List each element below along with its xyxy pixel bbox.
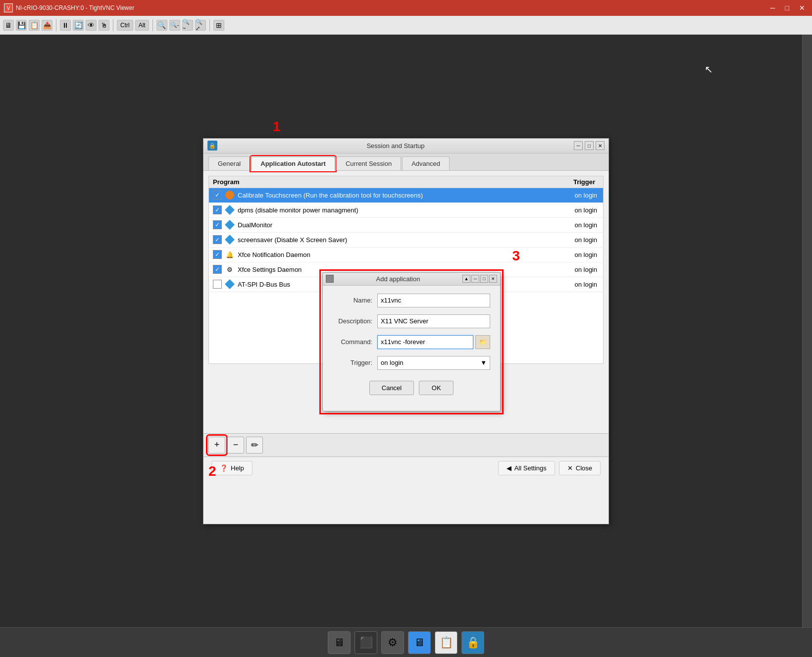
row-trigger-5: on login [555,251,599,258]
dialog-icon [326,275,334,283]
row-trigger-4: on login [555,236,599,244]
toolbar-mouse-icon[interactable]: 🖱 [99,20,109,31]
tabs-container: General Application Autostart Current Se… [203,153,609,171]
toolbar-save-icon[interactable]: 💾 [16,20,27,31]
titlebar: V NI-cRIO-9030-CRASHY:0 - TightVNC Viewe… [0,0,812,16]
close-x-icon: ✕ [567,464,573,472]
col-program-header: Program [213,178,555,186]
row-checkbox-4[interactable] [213,235,222,244]
table-header: Program Trigger [209,176,603,188]
row-checkbox-2[interactable] [213,205,222,214]
name-input[interactable] [377,294,490,307]
dialog-up-button[interactable]: ▲ [462,275,470,283]
table-row[interactable]: dpms (disable monitor power managment) o… [209,203,603,218]
browse-button[interactable]: 📁 [475,335,490,349]
session-minimize-button[interactable]: ─ [574,141,583,150]
toolbar-pause-icon[interactable]: ⏸ [60,20,71,31]
row-icon-7 [225,279,235,289]
toolbar-zoom-fit-icon[interactable]: 🔍⤢ [195,20,206,31]
toolbar-upload-icon[interactable]: 📤 [42,20,52,31]
taskbar-icon-4[interactable]: 🖥 [408,631,431,654]
table-row[interactable]: Calibrate Touchscreen (Run the calibrati… [209,188,603,203]
add-application-dialog: 3 Add application ▲ ─ □ ✕ Name: [322,272,501,411]
command-input-group: 📁 [377,335,490,349]
description-input[interactable] [377,314,490,328]
description-form-row: Description: [333,314,490,328]
close-label: Close [576,464,592,472]
toolbar-view-icon[interactable]: 👁 [86,20,97,31]
row-checkbox-3[interactable] [213,220,222,229]
ok-button[interactable]: OK [419,381,454,395]
row-icon-4 [225,235,235,245]
taskbar-icon-1[interactable]: 🖥 [328,631,351,654]
row-checkbox-6[interactable] [213,265,222,274]
toolbar-ctrl-key[interactable]: Ctrl [117,20,133,31]
table-row[interactable]: DualMonitor on login [209,218,603,233]
taskbar-icon-5[interactable]: 📋 [435,631,457,654]
taskbar-icon-3[interactable]: ⚙ [381,631,404,654]
row-trigger-6: on login [555,266,599,273]
tab-advanced[interactable]: Advanced [402,156,450,170]
cancel-button[interactable]: Cancel [369,381,414,395]
trigger-form-row: Trigger: on login ▼ [333,356,490,370]
name-form-row: Name: [333,294,490,307]
trigger-select[interactable]: on login ▼ [377,356,490,370]
toolbar-separator-1 [56,19,56,31]
help-icon: ❓ [220,464,228,472]
titlebar-controls: ─ □ ✕ [767,3,808,13]
number-label-2: 2 [208,463,216,479]
toolbar-refresh-icon[interactable]: 🔄 [73,20,84,31]
row-text-5: Xfce Notification Daemon [238,251,555,258]
table-row[interactable]: screensaver (Disable X Screen Saver) on … [209,233,603,248]
row-text-1: Calibrate Touchscreen (Run the calibrati… [238,192,555,199]
taskbar-icon-2[interactable]: ⬛ [355,631,377,654]
tab-general[interactable]: General [208,156,250,170]
toolbar-zoom-in-icon[interactable]: 🔍 [156,20,167,31]
minimize-button[interactable]: ─ [767,3,778,13]
row-icon-3 [225,220,235,230]
edit-application-button[interactable]: ✏ [246,437,263,454]
session-window-icon: 🔒 [207,141,217,151]
tab-application-autostart[interactable]: Application Autostart [251,156,335,171]
command-label: Command: [333,338,377,346]
taskbar-icon-6[interactable]: 🔒 [461,631,484,654]
dialog-maximize-button[interactable]: □ [480,275,488,283]
row-trigger-3: on login [555,221,599,229]
help-label: Help [231,464,244,472]
session-close-dialog-button[interactable]: ✕ Close [559,461,601,475]
row-trigger-7: on login [555,281,599,288]
row-text-2: dpms (disable monitor power managment) [238,206,555,214]
tab-current-session[interactable]: Current Session [336,156,401,170]
toolbar-clipboard-icon[interactable]: 📋 [29,20,40,31]
table-row[interactable]: 🔔 Xfce Notification Daemon on login [209,248,603,262]
command-input[interactable] [377,335,473,349]
session-close-button[interactable]: ✕ [596,141,605,150]
row-checkbox-1[interactable] [213,191,222,200]
trigger-dropdown-icon: ▼ [480,359,487,366]
toolbar-alt-key[interactable]: Alt [135,20,149,31]
titlebar-left: V NI-cRIO-9030-CRASHY:0 - TightVNC Viewe… [4,3,134,12]
dialog-title: Add application [334,275,462,283]
toolbar: 🖥 💾 📋 📤 ⏸ 🔄 👁 🖱 Ctrl Alt 🔍 🔍- 🔍~ 🔍⤢ ⊞ [0,16,812,35]
dialog-minimize-button[interactable]: ─ [471,275,479,283]
help-button[interactable]: ❓ Help [211,461,253,475]
trigger-value: on login [381,359,404,366]
session-window-title: Session and Startup [217,142,574,150]
add-application-button[interactable]: + [208,437,225,454]
description-label: Description: [333,317,377,325]
all-settings-button[interactable]: ◀ All Settings [498,461,555,475]
session-maximize-button[interactable]: □ [585,141,594,150]
close-button[interactable]: ✕ [796,3,808,13]
toolbar-fullscreen-icon[interactable]: ⊞ [213,20,224,31]
remove-application-button[interactable]: − [227,437,244,454]
toolbar-zoom-reset-icon[interactable]: 🔍~ [182,20,193,31]
name-label: Name: [333,297,377,304]
maximize-button[interactable]: □ [782,3,792,13]
dialog-close-button[interactable]: ✕ [489,275,497,283]
row-checkbox-5[interactable] [213,250,222,259]
toolbar-zoom-out-icon[interactable]: 🔍- [169,20,180,31]
titlebar-title: NI-cRIO-9030-CRASHY:0 - TightVNC Viewer [16,4,134,11]
toolbar-separator-2 [113,19,113,31]
toolbar-screenshot-icon[interactable]: 🖥 [3,20,14,31]
row-checkbox-7[interactable] [213,280,222,289]
